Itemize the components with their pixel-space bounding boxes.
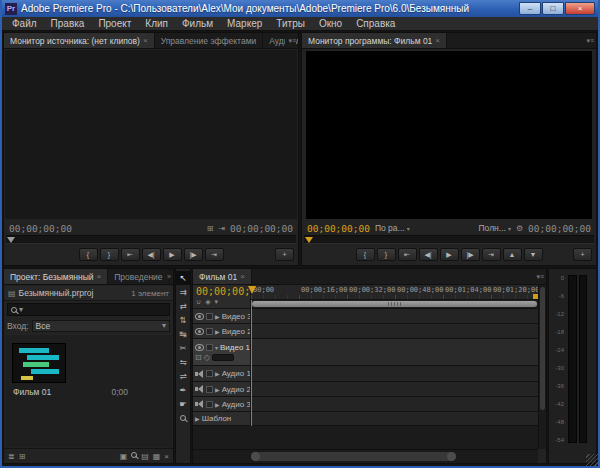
menu-window[interactable]: Окно <box>312 17 349 30</box>
slide-tool[interactable]: ⇌ <box>176 369 190 383</box>
menu-project[interactable]: Проект <box>91 17 138 30</box>
source-current-timecode[interactable]: 00;00;00;00 <box>9 223 72 234</box>
track-lane-video3[interactable] <box>251 309 538 323</box>
maximize-button[interactable]: □ <box>542 2 564 15</box>
resolution-dropdown[interactable]: Полн... ▾ <box>479 223 511 233</box>
program-extract-button[interactable]: ▼ <box>524 248 543 261</box>
timeline-ruler[interactable]: 00;00 00;00;16;00 00;00;32;00 00;00;48;0… <box>251 285 538 300</box>
program-button-editor[interactable]: + <box>573 248 592 261</box>
lock-icon[interactable] <box>206 313 213 320</box>
export-frame-icon[interactable]: ⇥ <box>218 224 225 233</box>
menu-titles[interactable]: Титры <box>269 17 312 30</box>
expand-icon[interactable]: ▶ <box>215 313 220 320</box>
tab-sequence[interactable]: Фильм 01 × <box>193 269 252 284</box>
rolling-edit-tool[interactable]: ⇅ <box>176 313 190 327</box>
expand-icon[interactable]: ▶ <box>215 401 220 408</box>
keyframe-dropdown[interactable] <box>212 354 234 361</box>
lock-icon[interactable] <box>206 401 213 408</box>
snap-icon[interactable]: ∪ <box>196 298 201 306</box>
source-playhead-caret[interactable] <box>7 237 15 243</box>
tab-overflow-icon[interactable]: » <box>164 273 171 280</box>
expand-icon[interactable]: ▶ <box>195 415 200 422</box>
icon-view-icon[interactable]: ⊞ <box>19 452 26 461</box>
keyframes-icon[interactable]: ◇ <box>204 353 210 362</box>
program-mark-in-button[interactable]: { <box>356 248 375 261</box>
search-input[interactable]: ▾ <box>7 303 170 316</box>
list-item[interactable]: Фильм 01 0;00 <box>13 387 128 397</box>
source-mark-in-button[interactable]: { <box>79 248 98 261</box>
minimize-button[interactable]: – <box>519 2 541 15</box>
timeline-horizontal-scrollbar[interactable] <box>193 449 538 463</box>
track-lane-video1[interactable] <box>251 339 538 365</box>
source-go-to-in-button[interactable]: ⇤ <box>121 248 140 261</box>
ripple-edit-tool[interactable]: ⇄ <box>176 299 190 313</box>
track-lane-audio2[interactable] <box>251 382 538 396</box>
source-step-forward-button[interactable]: |▶ <box>184 248 203 261</box>
zoom-tool[interactable] <box>176 411 190 425</box>
razor-tool[interactable]: ✂ <box>176 341 190 355</box>
menu-clip[interactable]: Клип <box>138 17 175 30</box>
track-lane-video2[interactable] <box>251 324 538 338</box>
program-step-forward-button[interactable]: |▶ <box>461 248 480 261</box>
hand-tool[interactable]: ☛ <box>176 397 190 411</box>
program-go-to-in-button[interactable]: ⇤ <box>398 248 417 261</box>
slip-tool[interactable]: ⇋ <box>176 355 190 369</box>
lock-icon[interactable] <box>206 370 213 377</box>
lock-icon[interactable] <box>206 344 213 351</box>
menu-sequence[interactable]: Фильм <box>175 17 220 30</box>
menu-marker[interactable]: Маркер <box>220 17 269 30</box>
pen-tool[interactable]: ✒ <box>176 383 190 397</box>
track-lane-audio3[interactable] <box>251 397 538 411</box>
lock-icon[interactable] <box>206 386 213 393</box>
panel-menu-icon[interactable]: ▾≡ <box>533 273 544 281</box>
timeline-timecode[interactable]: 00;00;00;00 <box>196 286 247 297</box>
timeline-menu-icon[interactable]: ▾ <box>215 298 219 306</box>
program-current-timecode[interactable]: 00;00;00;00 <box>307 223 370 234</box>
speaker-icon[interactable] <box>195 400 204 408</box>
program-play-button[interactable]: ▶ <box>440 248 459 261</box>
program-lift-button[interactable]: ▲ <box>503 248 522 261</box>
track-lane-master[interactable] <box>251 412 538 425</box>
tab-media-browser[interactable]: Проведение <box>108 269 169 284</box>
source-go-to-out-button[interactable]: ⇥ <box>205 248 224 261</box>
tab-program-monitor[interactable]: Монитор программы: Фильм 01 × <box>302 33 447 48</box>
expand-icon[interactable]: ▶ <box>215 328 220 335</box>
speaker-icon[interactable] <box>195 370 204 378</box>
sequence-thumbnail[interactable] <box>12 343 66 383</box>
new-item-icon[interactable]: ▦ <box>153 452 161 461</box>
menu-help[interactable]: Справка <box>349 17 402 30</box>
timeline-vertical-scrollbar[interactable] <box>538 285 546 449</box>
tab-source-monitor[interactable]: Монитор источника: (нет клипов) × <box>4 33 155 48</box>
panel-menu-icon[interactable]: ▾≡ <box>285 37 296 45</box>
tab-close-icon[interactable]: × <box>435 36 440 45</box>
delete-icon[interactable]: × <box>164 452 169 461</box>
panel-menu-icon[interactable]: ▾≡ <box>583 37 594 45</box>
program-mark-out-button[interactable]: } <box>377 248 396 261</box>
expand-icon[interactable]: ▶ <box>215 370 220 377</box>
playhead-caret[interactable] <box>248 286 256 294</box>
marker-icon[interactable]: ◈ <box>205 298 210 306</box>
tab-close-icon[interactable]: × <box>240 272 245 281</box>
track-select-tool[interactable]: ⇉ <box>176 285 190 299</box>
source-mark-out-button[interactable]: } <box>100 248 119 261</box>
selection-tool[interactable]: ↖ <box>176 271 190 285</box>
lock-icon[interactable] <box>206 328 213 335</box>
source-scrubber[interactable] <box>6 235 296 244</box>
display-style-icon[interactable]: ⊡ <box>195 353 202 362</box>
menu-file[interactable]: Файл <box>5 17 44 30</box>
wrench-icon[interactable]: ⚙ <box>516 224 523 233</box>
fit-dropdown[interactable]: По ра... ▾ <box>375 223 410 233</box>
find-icon[interactable] <box>131 452 137 458</box>
scrollbar-thumb[interactable] <box>540 287 545 410</box>
tab-close-icon[interactable]: × <box>143 36 148 45</box>
automate-to-sequence-icon[interactable]: ▣ <box>120 452 128 461</box>
settings-grid-icon[interactable]: ⊞ <box>207 224 214 233</box>
speaker-icon[interactable] <box>195 385 204 393</box>
menu-edit[interactable]: Правка <box>44 17 92 30</box>
list-view-icon[interactable]: ≣ <box>8 452 15 461</box>
program-step-back-button[interactable]: ◀| <box>419 248 438 261</box>
source-play-button[interactable]: ▶ <box>163 248 182 261</box>
chevron-down-icon[interactable]: ▾ <box>19 305 23 314</box>
rate-stretch-tool[interactable]: ↹ <box>176 327 190 341</box>
source-button-editor[interactable]: + <box>275 248 294 261</box>
